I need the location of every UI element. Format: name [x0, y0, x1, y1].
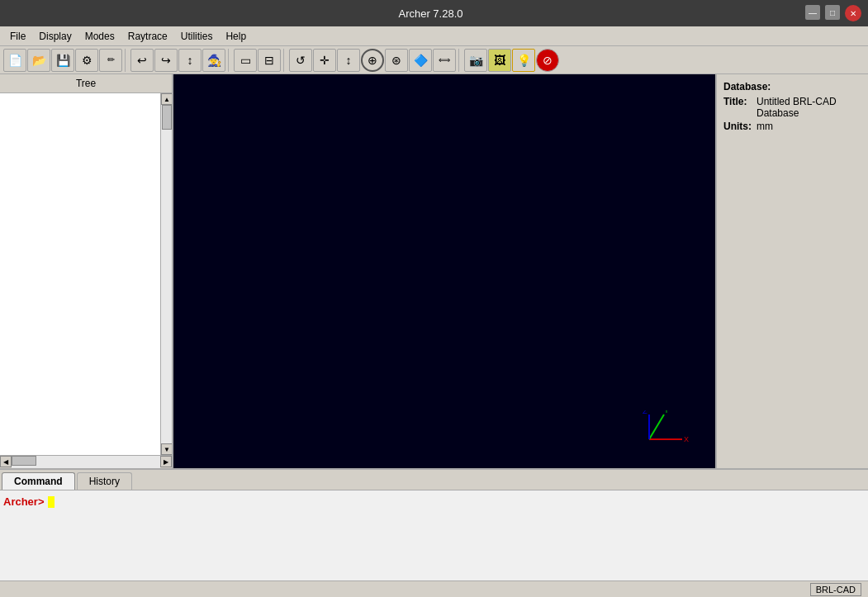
main-content: Tree ▲ ▼ ◀ ▶ X [0, 74, 868, 468]
command-area: Archer> [0, 490, 868, 580]
select2-button[interactable]: ⊟ [258, 49, 281, 72]
db-title-value: Untitled BRL-CAD Database [757, 96, 861, 119]
database-label: Database: [723, 81, 861, 92]
left-panel-inner: ▲ ▼ [0, 93, 172, 455]
render-button[interactable]: 🖼 [488, 49, 511, 72]
open-button[interactable]: 📂 [27, 49, 50, 72]
db-title-label: Title: [723, 96, 757, 119]
view-orbit2-button[interactable]: ⊛ [385, 49, 408, 72]
h-scroll-track[interactable] [12, 456, 160, 468]
database-section: Database: Title: Untitled BRL-CAD Databa… [723, 81, 861, 132]
tab-command[interactable]: Command [2, 472, 75, 490]
db-units-row: Units: mm [723, 121, 861, 132]
menu-file[interactable]: File [3, 29, 32, 44]
view-zoom-button[interactable]: ↕ [337, 49, 360, 72]
tb-sep-3 [283, 49, 287, 72]
title-bar: Archer 7.28.0 — □ ✕ [0, 0, 868, 26]
window-controls[interactable]: — □ ✕ [805, 5, 861, 21]
command-input[interactable] [55, 495, 866, 508]
tb-sep-4 [458, 49, 462, 72]
viewport[interactable]: X Y Z [173, 74, 715, 468]
svg-text:Y: Y [664, 410, 669, 415]
measure-button[interactable]: ⟺ [433, 49, 456, 72]
edit-button[interactable]: ✏ [99, 49, 122, 72]
screenshot-button[interactable]: 📷 [464, 49, 487, 72]
command-prompt-label: Archer> [3, 495, 45, 508]
right-panel: Database: Title: Untitled BRL-CAD Databa… [715, 74, 868, 468]
maximize-button[interactable]: □ [825, 5, 840, 20]
stop-button[interactable]: ⊘ [536, 49, 559, 72]
new-button[interactable]: 📄 [3, 49, 26, 72]
tab-history[interactable]: History [77, 472, 132, 490]
menu-raytrace[interactable]: Raytrace [121, 29, 174, 44]
toolbar: 📄 📂 💾 ⚙ ✏ ↩ ↪ ↕ 🧙 ▭ ⊟ ↺ ✛ ↕ ⊕ ⊛ 🔷 ⟺ 📷 🖼 … [0, 46, 868, 74]
minimize-button[interactable]: — [805, 5, 820, 20]
redo-button[interactable]: ↪ [154, 49, 178, 72]
view-orbit-button[interactable]: ⊕ [361, 49, 384, 72]
tree-header: Tree [0, 74, 172, 93]
tab-bar: Command History [0, 468, 868, 490]
menu-bar: File Edit Display Modes Raytrace Utiliti… [0, 26, 868, 46]
command-cursor [48, 496, 55, 508]
view-pan-button[interactable]: ✛ [313, 49, 336, 72]
rotate-button[interactable]: ↕ [178, 49, 202, 72]
status-bar: BRL-CAD [0, 580, 868, 597]
svg-line-2 [649, 415, 664, 439]
command-prompt: Archer> [3, 495, 865, 508]
undo-button[interactable]: ↩ [130, 49, 154, 72]
app-title: Archer 7.28.0 [56, 7, 805, 20]
h-scroll-right[interactable]: ▶ [160, 456, 172, 467]
axes-widget: X Y Z [641, 410, 690, 452]
bottom-area: Command History Archer> BRL-CAD [0, 468, 868, 597]
center-panel: X Y Z [173, 74, 715, 468]
tb-sep-2 [228, 49, 231, 72]
left-v-scroll[interactable]: ▲ ▼ [160, 93, 172, 455]
left-panel: Tree ▲ ▼ ◀ ▶ [0, 74, 173, 468]
menu-utilities[interactable]: Utilities [174, 29, 220, 44]
view-left-button[interactable]: ↺ [289, 49, 312, 72]
db-units-value: mm [757, 121, 773, 132]
svg-text:Z: Z [643, 410, 647, 415]
scroll-down-arrow[interactable]: ▼ [161, 443, 172, 455]
h-scroll-thumb[interactable] [12, 456, 36, 466]
h-scroll-bar[interactable]: ◀ ▶ [0, 455, 172, 468]
scroll-up-arrow[interactable]: ▲ [161, 93, 172, 105]
view-3d-button[interactable]: 🔷 [409, 49, 432, 72]
db-units-label: Units: [723, 121, 757, 132]
tree-area[interactable] [0, 93, 160, 455]
tb-sep-1 [125, 49, 128, 72]
scroll-track[interactable] [161, 105, 172, 443]
select-button[interactable]: ▭ [234, 49, 257, 72]
db-title-row: Title: Untitled BRL-CAD Database [723, 96, 861, 119]
settings-button[interactable]: ⚙ [75, 49, 98, 72]
status-brl-cad: BRL-CAD [810, 583, 861, 596]
scroll-thumb[interactable] [162, 105, 172, 130]
wizard-button[interactable]: 🧙 [202, 49, 225, 72]
light-button[interactable]: 💡 [512, 49, 535, 72]
svg-text:X: X [684, 435, 689, 443]
menu-modes[interactable]: Modes [78, 29, 121, 44]
menu-help[interactable]: Help [219, 29, 253, 44]
close-button[interactable]: ✕ [845, 5, 861, 21]
save-button[interactable]: 💾 [51, 49, 74, 72]
h-scroll-left[interactable]: ◀ [0, 456, 12, 467]
menu-display[interactable]: Display [32, 29, 78, 44]
